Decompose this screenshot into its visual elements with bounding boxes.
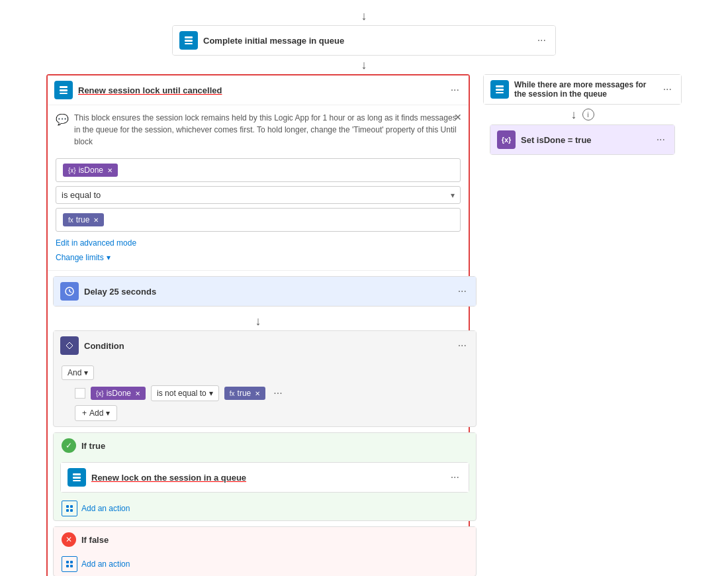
and-chevron: ▾	[84, 368, 88, 377]
delay-title: Delay 25 seconds	[84, 287, 450, 297]
delay-block: Delay 25 seconds ···	[53, 276, 477, 307]
plus-icon: +	[82, 408, 87, 418]
right-block-menu[interactable]: ···	[660, 83, 674, 95]
top-block: Complete initial message in queue ···	[172, 25, 556, 56]
svg-rect-0	[185, 36, 193, 38]
if-false-wrapper: ✕ If false	[53, 526, 463, 576]
svg-rect-10	[73, 477, 81, 479]
svg-rect-2	[185, 43, 193, 44]
if-true-header: ✓ If true	[54, 433, 476, 458]
top-block-title: Complete initial message in queue	[203, 36, 529, 46]
svg-rect-4	[60, 89, 68, 91]
cond-row-menu[interactable]: ···	[271, 387, 285, 399]
svg-rect-16	[66, 561, 69, 563]
condition-row: {x} isDone ✕ is not equal to ▾	[75, 385, 468, 401]
svg-rect-5	[60, 93, 68, 94]
top-block-menu[interactable]: ···	[535, 34, 549, 46]
change-limits-link[interactable]: Change limits ▾	[48, 250, 469, 265]
delay-icon	[60, 282, 79, 301]
cond-op-dropdown[interactable]: is not equal to ▾	[151, 385, 219, 401]
renew-lock-icon	[68, 468, 86, 487]
svg-rect-25	[496, 89, 504, 91]
svg-rect-9	[73, 473, 81, 475]
condition-inner: And ▾ {x} isDone ✕	[54, 360, 476, 426]
svg-rect-17	[70, 561, 73, 563]
svg-rect-15	[70, 509, 73, 512]
svg-line-8	[69, 291, 71, 293]
expr-icon: fx	[68, 216, 73, 224]
svg-rect-14	[66, 509, 69, 512]
is-done-chip: {x} isDone ✕	[63, 164, 118, 177]
cond-checkbox[interactable]	[75, 388, 85, 399]
delay-wrapper: Delay 25 seconds ···	[53, 276, 463, 307]
svg-rect-24	[496, 85, 504, 87]
cond-chip-x[interactable]: ✕	[135, 390, 140, 397]
if-false-label: If false	[81, 535, 109, 545]
set-block-icon: {x}	[497, 130, 516, 149]
true-chip: fx true ✕	[63, 213, 104, 226]
condition-menu[interactable]: ···	[455, 340, 469, 352]
right-arrow-row: ↓ i	[571, 105, 594, 124]
renew-session-block: Renew session lock until cancelled ··· 💬…	[46, 74, 470, 576]
svg-rect-12	[66, 505, 69, 508]
info-circle-icon[interactable]: i	[582, 109, 594, 120]
set-is-done-block: {x} Set isDone = true ···	[490, 124, 675, 155]
renew-session-icon	[54, 81, 73, 99]
if-true-add-action[interactable]: Add an action	[54, 497, 476, 520]
add-chevron: ▾	[106, 408, 110, 418]
renew-lock-menu[interactable]: ···	[448, 471, 462, 483]
add-action-icon	[62, 501, 77, 516]
arrow-delay-condition: ↓	[48, 312, 469, 330]
cond-expr-icon: fx	[230, 390, 235, 397]
set-block-menu[interactable]: ···	[654, 134, 668, 146]
is-equal-dropdown[interactable]: is equal to ▾	[56, 186, 461, 204]
cond-expr-chip: fx true ✕	[224, 387, 265, 400]
if-true-wrapper: ✓ If true	[53, 432, 463, 521]
cond-var-chip: {x} isDone ✕	[91, 387, 146, 400]
if-false-header: ✕ If false	[54, 527, 476, 552]
check-icon: ✓	[62, 438, 76, 453]
condition-title: Condition	[84, 341, 450, 351]
cond-op-chevron: ▾	[209, 389, 213, 398]
condition-wrapper: Condition ··· And ▾	[53, 330, 463, 427]
svg-rect-3	[60, 86, 68, 88]
add-action-icon-1	[62, 556, 77, 572]
info-speech-icon: 💬	[56, 113, 69, 126]
info-close-btn[interactable]: ✕	[454, 112, 462, 122]
info-text: This block ensures the session lock rema…	[74, 112, 461, 148]
cond-expr-x[interactable]: ✕	[255, 390, 260, 397]
set-block-title: Set isDone = true	[521, 135, 649, 145]
top-arrow: ↓	[361, 7, 367, 25]
true-chip-row: fx true ✕	[56, 208, 461, 232]
svg-rect-13	[70, 505, 73, 508]
renew-session-title: Renew session lock until cancelled	[78, 85, 443, 95]
condition-block: Condition ··· And ▾	[53, 330, 477, 427]
condition-icon	[60, 336, 79, 355]
x-icon: ✕	[62, 532, 76, 547]
renew-lock-inner-card: Renew lock on the session in a queue ···	[60, 462, 469, 493]
if-false-add-action-1[interactable]: Add an action	[54, 552, 476, 576]
delay-menu[interactable]: ···	[455, 285, 469, 297]
dropdown-chevron: ▾	[451, 191, 455, 200]
renew-session-menu[interactable]: ···	[448, 84, 462, 96]
true-chip-close[interactable]: ✕	[93, 216, 99, 224]
svg-rect-26	[496, 92, 504, 93]
and-dropdown[interactable]: And ▾	[62, 365, 94, 380]
if-true-label: If true	[81, 441, 105, 451]
if-false-block: ✕ If false	[53, 526, 477, 576]
add-condition-btn[interactable]: + Add ▾	[75, 405, 117, 421]
right-block-icon	[490, 80, 509, 99]
if-true-block: ✓ If true	[53, 432, 477, 521]
change-limits-chevron: ▾	[107, 253, 111, 262]
renew-lock-title: Renew lock on the session in a queue	[91, 473, 443, 483]
edit-advanced-link[interactable]: Edit in advanced mode	[48, 236, 469, 250]
top-block-icon	[179, 31, 198, 50]
info-box: 💬 This block ensures the session lock re…	[48, 105, 469, 154]
svg-rect-11	[73, 480, 81, 481]
svg-rect-1	[185, 40, 193, 42]
chip-close[interactable]: ✕	[107, 167, 113, 174]
right-block-title: While there are more messages for the se…	[514, 80, 655, 99]
cond-var-icon: {x}	[96, 390, 104, 397]
var-icon: {x}	[68, 167, 76, 174]
svg-rect-19	[70, 565, 73, 567]
